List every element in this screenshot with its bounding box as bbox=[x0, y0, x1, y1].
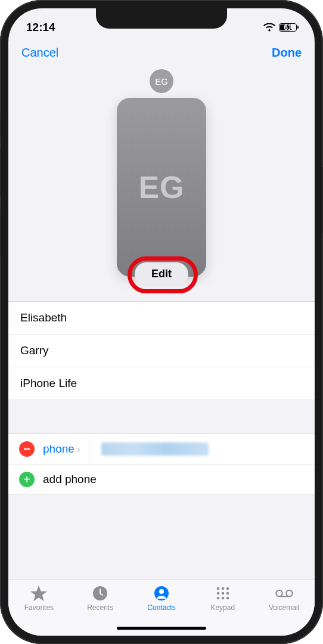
svg-point-12 bbox=[276, 590, 282, 596]
svg-point-3 bbox=[216, 587, 219, 590]
name-fields-section: Elisabeth Garry iPhone Life bbox=[8, 301, 315, 400]
person-circle-icon bbox=[153, 585, 170, 602]
phone-section: − phone › + add phone bbox=[8, 434, 315, 495]
voicemail-icon bbox=[275, 585, 293, 602]
svg-point-7 bbox=[221, 592, 224, 595]
nav-bar: Cancel Done bbox=[8, 38, 315, 67]
phone-label-button[interactable]: phone › bbox=[43, 442, 80, 456]
poster-initials: EG bbox=[138, 169, 184, 205]
svg-point-4 bbox=[221, 587, 224, 590]
phone-entry-row: − phone › bbox=[8, 434, 315, 465]
chevron-right-icon: › bbox=[77, 443, 80, 456]
avatar[interactable]: EG bbox=[150, 69, 173, 93]
wifi-icon bbox=[263, 23, 275, 32]
device-frame: 12:14 61 Cancel Done EG EG bbox=[0, 0, 323, 644]
battery-icon: 61 bbox=[279, 23, 297, 32]
first-name-field[interactable]: Elisabeth bbox=[8, 302, 315, 335]
star-icon bbox=[30, 585, 48, 602]
cancel-button[interactable]: Cancel bbox=[21, 46, 58, 60]
add-phone-icon: + bbox=[19, 472, 35, 487]
phone-number-field[interactable] bbox=[101, 442, 209, 456]
notch bbox=[96, 8, 227, 29]
svg-point-5 bbox=[226, 587, 229, 590]
screen: 12:14 61 Cancel Done EG EG bbox=[8, 8, 315, 636]
home-indicator[interactable] bbox=[117, 627, 206, 630]
clock-icon bbox=[91, 585, 109, 602]
keypad-icon bbox=[214, 585, 232, 602]
tab-voicemail[interactable]: Voicemail bbox=[253, 585, 315, 636]
svg-point-2 bbox=[159, 589, 164, 594]
status-time: 12:14 bbox=[26, 21, 55, 34]
svg-point-13 bbox=[286, 590, 292, 596]
company-field[interactable]: iPhone Life bbox=[8, 367, 315, 400]
svg-point-11 bbox=[226, 597, 229, 600]
add-phone-row[interactable]: + add phone bbox=[8, 465, 315, 495]
svg-point-6 bbox=[216, 592, 219, 595]
remove-phone-icon[interactable]: − bbox=[19, 441, 35, 457]
svg-point-8 bbox=[226, 592, 229, 595]
done-button[interactable]: Done bbox=[272, 46, 302, 60]
contact-poster-area: EG EG Edit bbox=[8, 67, 315, 301]
svg-point-9 bbox=[216, 597, 219, 600]
svg-point-10 bbox=[221, 597, 224, 600]
tab-bar: Favorites Recents Contacts Keypad bbox=[8, 580, 315, 636]
last-name-field[interactable]: Garry bbox=[8, 335, 315, 367]
edit-poster-button[interactable]: Edit bbox=[135, 262, 188, 286]
contact-poster-card[interactable]: EG bbox=[117, 98, 206, 277]
tab-favorites[interactable]: Favorites bbox=[8, 585, 70, 636]
